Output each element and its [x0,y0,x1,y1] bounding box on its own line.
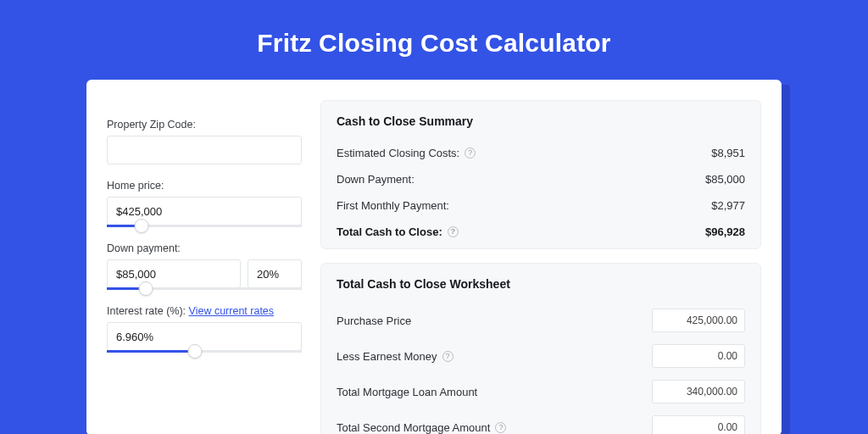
calculator-card: Property Zip Code: Home price: Down paym… [86,80,782,434]
down-payment-slider-thumb[interactable] [139,281,153,296]
summary-row-value: $2,977 [711,199,745,212]
home-price-group: Home price: [107,180,302,227]
card-wrapper: Property Zip Code: Home price: Down paym… [86,80,782,434]
worksheet-row-label: Purchase Price [337,314,411,327]
down-payment-pct-input[interactable] [248,259,302,288]
down-payment-slider[interactable] [107,287,302,290]
summary-row-value: $85,000 [705,173,745,186]
zip-label: Property Zip Code: [107,119,302,131]
worksheet-row: Total Mortgage Loan Amount [337,374,745,409]
summary-row-label: Down Payment: [337,173,415,186]
inputs-column: Property Zip Code: Home price: Down paym… [107,100,302,434]
results-column: Cash to Close Summary Estimated Closing … [320,100,761,434]
home-price-slider-thumb[interactable] [135,219,149,233]
interest-label-text: Interest rate (%): [107,305,189,317]
worksheet-row-label: Total Second Mortgage Amount [337,421,490,434]
worksheet-row: Less Earnest Money ? [337,338,745,374]
summary-row-value: $8,951 [711,147,745,159]
down-payment-input[interactable] [107,259,241,288]
worksheet-row-input[interactable] [652,344,745,368]
summary-row: Estimated Closing Costs: ? $8,951 [337,140,745,166]
worksheet-panel: Total Cash to Close Worksheet Purchase P… [320,263,761,434]
summary-row: Down Payment: $85,000 [337,166,745,192]
worksheet-row: Purchase Price [337,303,745,338]
worksheet-row-label: Less Earnest Money [337,350,437,363]
interest-label: Interest rate (%): View current rates [107,305,302,317]
view-rates-link[interactable]: View current rates [189,305,275,317]
down-payment-group: Down payment: [107,242,302,290]
summary-row-label: Estimated Closing Costs: [337,147,459,159]
summary-row-total: Total Cash to Close: ? $96,928 [337,219,745,245]
summary-row-label: Total Cash to Close: [337,225,442,238]
worksheet-row: Total Second Mortgage Amount ? [337,409,745,434]
zip-input[interactable] [107,136,302,164]
summary-panel: Cash to Close Summary Estimated Closing … [320,100,761,249]
interest-group: Interest rate (%): View current rates [107,305,302,353]
help-icon[interactable]: ? [442,351,453,362]
help-icon[interactable]: ? [495,422,506,433]
home-price-slider[interactable] [107,225,302,227]
worksheet-title: Total Cash to Close Worksheet [337,277,745,291]
page-title: Fritz Closing Cost Calculator [0,0,868,80]
summary-row-value: $96,928 [705,225,745,238]
interest-input[interactable] [107,322,302,351]
zip-group: Property Zip Code: [107,119,302,164]
summary-row: First Monthly Payment: $2,977 [337,192,745,219]
worksheet-row-input[interactable] [652,380,745,403]
worksheet-row-label: Total Mortgage Loan Amount [337,386,477,398]
worksheet-row-input[interactable] [652,309,745,332]
summary-row-label: First Monthly Payment: [337,199,449,212]
help-icon[interactable]: ? [465,147,476,159]
interest-slider-fill [107,350,195,353]
summary-title: Cash to Close Summary [337,114,745,128]
interest-slider-thumb[interactable] [187,344,202,359]
home-price-label: Home price: [107,180,302,192]
help-icon[interactable]: ? [448,226,459,237]
worksheet-row-input[interactable] [652,415,745,434]
interest-slider[interactable] [107,350,302,353]
down-payment-label: Down payment: [107,242,302,254]
